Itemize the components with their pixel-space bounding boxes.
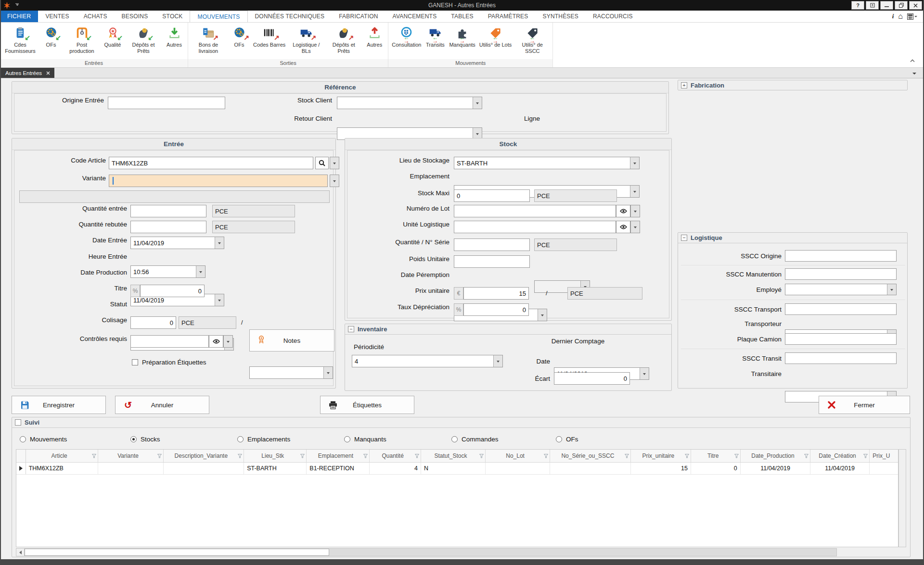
tab-syntheses[interactable]: SYNTHÈSES [536, 11, 586, 22]
qte-rebutee-input[interactable] [130, 221, 206, 233]
prep-etiquettes-checkbox[interactable] [132, 359, 138, 365]
enregistrer-button[interactable]: Enregistrer [12, 396, 106, 414]
expand-icon[interactable]: + [681, 82, 687, 88]
tab-avancements[interactable]: AVANCEMENTS [385, 11, 444, 22]
col-lieu-stk[interactable]: Lieu_Stk [244, 450, 307, 462]
tab-list-caret-icon[interactable] [912, 73, 916, 76]
ribbon-item-qualite[interactable]: ↙ Qualité [101, 24, 125, 49]
col-prix-u[interactable]: Prix_U [870, 450, 898, 462]
lot-dropdown-icon[interactable] [630, 205, 640, 217]
info-icon[interactable]: i [892, 13, 894, 20]
collapse-ribbon-icon[interactable] [910, 56, 915, 64]
ribbon-item-ofs-sortie[interactable]: ↗ OFs [227, 24, 251, 49]
tab-tables[interactable]: TABLES [444, 11, 480, 22]
tab-achats[interactable]: ACHATS [77, 11, 115, 22]
collapse-icon[interactable]: − [348, 326, 354, 332]
lieu-stockage-combo[interactable]: ST-BARTH [454, 157, 640, 169]
ribbon-item-post-production[interactable]: ↙ Post production [63, 24, 101, 55]
ribbon-item-utilis-lots[interactable]: ←→ Utilis° de Lots [477, 24, 513, 49]
calculator-icon[interactable] [907, 13, 917, 20]
col-no-lot[interactable]: No_Lot [486, 450, 550, 462]
restore-button[interactable] [895, 1, 908, 10]
periodicite-combo[interactable]: 4 [352, 355, 503, 367]
tab-raccourcis[interactable]: RACCOURCIS [586, 11, 640, 22]
col-emplacement[interactable]: Emplacement [307, 450, 370, 462]
ecart-input[interactable]: 0 [554, 372, 630, 385]
scrollbar-thumb[interactable] [25, 549, 329, 556]
eye-icon[interactable] [209, 335, 223, 348]
col-date-production[interactable]: Date_Production [741, 450, 811, 462]
close-button[interactable] [909, 1, 922, 10]
controles-dropdown-icon[interactable] [223, 335, 233, 348]
tab-besoins[interactable]: BESOINS [115, 11, 155, 22]
prix-unitaire-input[interactable]: 15 [463, 287, 529, 300]
employe-combo[interactable] [785, 284, 897, 295]
ribbon-item-codes-barres[interactable]: ↗ Codes Barres [251, 24, 287, 49]
radio-stocks[interactable]: Stocks [130, 436, 160, 443]
tab-stock[interactable]: STOCK [155, 11, 190, 22]
code-article-dropdown-icon[interactable] [330, 157, 339, 169]
col-prix-unitaire[interactable]: Prix_unitaire [631, 450, 691, 462]
ribbon-item-autres-sorties[interactable]: Autres [362, 24, 386, 49]
ribbon-item-manquants[interactable]: ←→ Manquants [447, 24, 477, 49]
col-description-variante[interactable]: Description_Variante [164, 450, 244, 462]
notes-button[interactable]: Notes [249, 329, 334, 352]
origine-entree-input[interactable] [108, 97, 225, 109]
variante-dropdown-icon[interactable] [330, 175, 339, 187]
unite-logistique-input[interactable] [454, 221, 616, 233]
radio-manquants[interactable]: Manquants [344, 436, 386, 443]
tab-fabrication[interactable]: FABRICATION [332, 11, 385, 22]
doc-tab-autres-entrees[interactable]: Autres Entrées [1, 68, 54, 78]
titre-input[interactable]: 0 [140, 285, 205, 297]
qte-entree-input[interactable] [130, 205, 206, 217]
help-button[interactable]: ? [851, 1, 864, 10]
heure-entree-combo[interactable]: 10:56 [130, 265, 205, 278]
radio-ofs[interactable]: OFs [556, 436, 578, 443]
collapse-icon[interactable]: − [681, 235, 687, 241]
search-icon[interactable] [315, 157, 329, 169]
sscc-origine-input[interactable] [785, 250, 897, 262]
date-entree-combo[interactable]: 11/04/2019 [130, 237, 224, 249]
ribbon-item-ofs-entree[interactable]: ↙ OFs [39, 24, 63, 49]
colisage-input[interactable]: 0 [130, 316, 176, 329]
col-statut-stock[interactable]: Statut_Stock [421, 450, 486, 462]
fermer-button[interactable]: Fermer [819, 396, 910, 414]
ribbon-item-bons-livraison[interactable]: ↗ Bons de livraison [190, 24, 227, 55]
code-article-input[interactable]: THM6X12ZB [109, 157, 313, 169]
horizontal-scrollbar[interactable] [16, 548, 837, 556]
poids-unitaire-input[interactable] [454, 255, 530, 268]
tab-ventes[interactable]: VENTES [38, 11, 76, 22]
ribbon-item-utilis-sscc[interactable]: ←→ Utilis° de SSCC [513, 24, 551, 55]
ribbon-item-cdes-fournisseurs[interactable]: ↙ Cdes Fournisseurs [1, 24, 39, 55]
col-variante[interactable]: Variante [98, 450, 164, 462]
scroll-left-icon[interactable] [16, 549, 25, 556]
home-icon[interactable]: ⌂ [898, 12, 903, 21]
eye-icon[interactable] [616, 221, 630, 233]
col-titre[interactable]: Titre [691, 450, 741, 462]
radio-mouvements[interactable]: Mouvements [20, 436, 67, 443]
plaque-camion-input[interactable] [785, 333, 897, 345]
sscc-manutention-input[interactable] [785, 268, 897, 280]
annuler-button[interactable]: ↺ Annuler [115, 396, 209, 414]
radio-commandes[interactable]: Commandes [451, 436, 499, 443]
variante-input[interactable] [109, 175, 328, 187]
col-article[interactable]: Article [26, 450, 98, 462]
stock-client-combo[interactable] [337, 97, 482, 109]
controles-requis-input[interactable] [130, 335, 209, 348]
stock-maxi-input[interactable]: 0 [454, 189, 530, 202]
sscc-transport-input[interactable] [785, 303, 897, 315]
col-date-creation[interactable]: Date_Création [810, 450, 869, 462]
tab-fichier[interactable]: FICHIER [0, 11, 38, 22]
minimize-button[interactable] [880, 1, 893, 10]
sscc-transit-input[interactable] [785, 352, 897, 364]
ribbon-pin-button[interactable] [866, 1, 879, 10]
tab-mouvements[interactable]: MOUVEMENTS [190, 11, 247, 22]
collapse-icon[interactable] [15, 419, 21, 426]
close-tab-icon[interactable] [46, 71, 50, 75]
ul-dropdown-icon[interactable] [630, 221, 640, 233]
tab-parametres[interactable]: PARAMÈTRES [481, 11, 536, 22]
col-no-serie-sscc[interactable]: No_Série_ou_SSCC [550, 450, 631, 462]
ribbon-item-depots-prets-sortie[interactable]: ↗ Dépôts et Prêts [325, 24, 362, 55]
ribbon-item-consultation[interactable]: ←→ Consultation [390, 24, 423, 49]
ribbon-item-logistique-bls[interactable]: ↗ Logistique / BLs [287, 24, 325, 55]
